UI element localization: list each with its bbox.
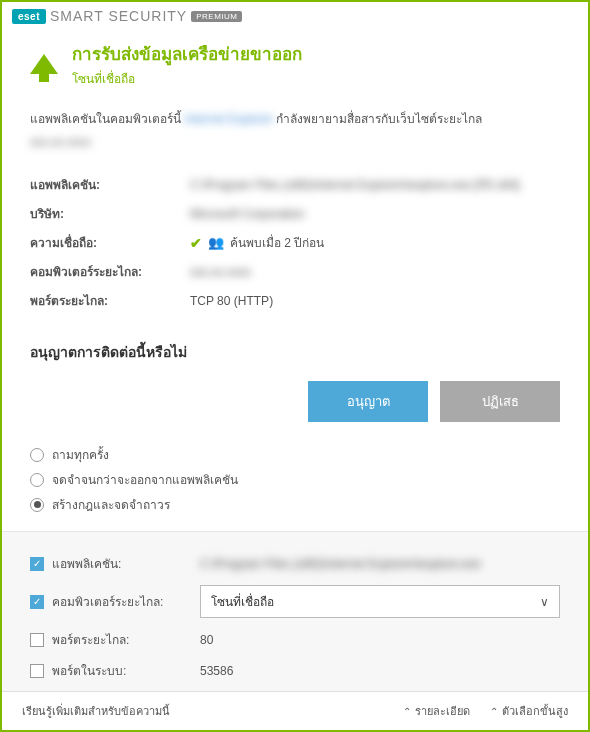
people-icon: 👥: [208, 235, 224, 250]
dialog-subtitle: โซนที่เชื่อถือ: [72, 69, 302, 88]
info-app-label: แอพพลิเคชัน:: [30, 175, 190, 194]
rule-panel: ✓ แอพพลิเคชัน: C:\Program Files (x86)\In…: [2, 531, 588, 691]
checkbox-remote-computer[interactable]: ✓: [30, 595, 44, 609]
details-toggle[interactable]: ⌃ รายละเอียด: [403, 702, 470, 720]
brand-badge: PREMIUM: [191, 11, 242, 22]
rep-text: ค้นพบเมื่อ 2 ปีก่อน: [230, 233, 324, 252]
question-text: อนุญาตการติดต่อนี้หรือไม่: [30, 341, 560, 363]
radio-group: ถามทุกครั้ง จดจำจนกว่าจะออกจากแอพพลิเคชั…: [30, 442, 560, 517]
checkbox-local-port[interactable]: [30, 664, 44, 678]
desc-suffix: กำลังพยายามสื่อสารกับเว็บไซต์ระยะไกล: [276, 112, 482, 126]
dialog-content: การรับส่งข้อมูลเครือข่ายขาออก โซนที่เชื่…: [2, 28, 588, 691]
brand-logo: eset: [12, 9, 46, 24]
radio-ask-every-time[interactable]: ถามทุกครั้ง: [30, 442, 560, 467]
advanced-options-toggle[interactable]: ⌃ ตัวเลือกขั้นสูง: [490, 702, 568, 720]
info-company-label: บริษัท:: [30, 204, 190, 223]
info-company-value: Microsoft Corporation: [190, 207, 305, 221]
radio-label: สร้างกฎและจดจำถาวร: [52, 495, 170, 514]
chevron-down-icon: ∨: [540, 595, 549, 609]
radio-label: จดจำจนกว่าจะออกจากแอพพลิเคชัน: [52, 470, 238, 489]
description-line: แอพพลิเคชันในคอมพิวเตอร์นี้ Internet Exp…: [30, 110, 560, 129]
remote-zone-select[interactable]: โซนที่เชื่อถือ ∨: [200, 585, 560, 618]
info-rep-label: ความเชื่อถือ:: [30, 233, 190, 252]
info-app-value: C:\Program Files (x86)\Internet Explorer…: [190, 178, 519, 192]
title-row: การรับส่งข้อมูลเครือข่ายขาออก โซนที่เชื่…: [30, 40, 560, 88]
deny-button[interactable]: ปฏิเสธ: [440, 381, 560, 422]
caret-up-icon: ⌃: [490, 706, 498, 717]
dialog-title: การรับส่งข้อมูลเครือข่ายขาออก: [72, 40, 302, 67]
rule-lport-label: พอร์ตในระบบ:: [52, 661, 192, 680]
info-table: แอพพลิเคชัน: C:\Program Files (x86)\Inte…: [30, 170, 560, 315]
checkbox-application[interactable]: ✓: [30, 557, 44, 571]
info-port-label: พอร์ตระยะไกล:: [30, 291, 190, 310]
radio-remember-until-quit[interactable]: จดจำจนกว่าจะออกจากแอพพลิเคชัน: [30, 467, 560, 492]
rule-rport-label: พอร์ตระยะไกล:: [52, 630, 192, 649]
rule-app-label: แอพพลิเคชัน:: [52, 554, 192, 573]
radio-icon: [30, 448, 44, 462]
radio-label: ถามทุกครั้ง: [52, 445, 109, 464]
allow-button[interactable]: อนุญาต: [308, 381, 428, 422]
app-header: eset SMART SECURITY PREMIUM: [2, 2, 588, 28]
rule-rport-value: 80: [200, 633, 560, 647]
info-remote-label: คอมพิวเตอร์ระยะไกล:: [30, 262, 190, 281]
advanced-label: ตัวเลือกขั้นสูง: [502, 702, 568, 720]
rule-remote-label: คอมพิวเตอร์ระยะไกล:: [52, 592, 192, 611]
brand-title: SMART SECURITY: [50, 8, 187, 24]
learn-more-link[interactable]: เรียนรู้เพิ่มเติมสำหรับข้อความนี้: [22, 702, 170, 720]
desc-target-blurred: xxx.xx.xxxx: [30, 133, 560, 152]
radio-icon: [30, 498, 44, 512]
check-icon: ✔: [190, 235, 202, 251]
rule-app-value: C:\Program Files (x86)\Internet Explorer…: [200, 557, 560, 571]
info-port-value: TCP 80 (HTTP): [190, 294, 273, 308]
details-label: รายละเอียด: [415, 702, 470, 720]
rule-lport-value: 53586: [200, 664, 560, 678]
checkbox-remote-port[interactable]: [30, 633, 44, 647]
caret-up-icon: ⌃: [403, 706, 411, 717]
radio-create-rule[interactable]: สร้างกฎและจดจำถาวร: [30, 492, 560, 517]
select-value: โซนที่เชื่อถือ: [211, 592, 274, 611]
desc-prefix: แอพพลิเคชันในคอมพิวเตอร์นี้: [30, 112, 181, 126]
button-row: อนุญาต ปฏิเสธ: [30, 381, 560, 422]
outbound-arrow-icon: [30, 54, 58, 74]
radio-icon: [30, 473, 44, 487]
info-remote-value: xxx.xx.xxxx: [190, 265, 251, 279]
footer: เรียนรู้เพิ่มเติมสำหรับข้อความนี้ ⌃ รายล…: [2, 691, 588, 730]
desc-app-blurred: Internet Explorer: [184, 112, 273, 126]
info-rep-value: ✔ 👥 ค้นพบเมื่อ 2 ปีก่อน: [190, 233, 324, 252]
